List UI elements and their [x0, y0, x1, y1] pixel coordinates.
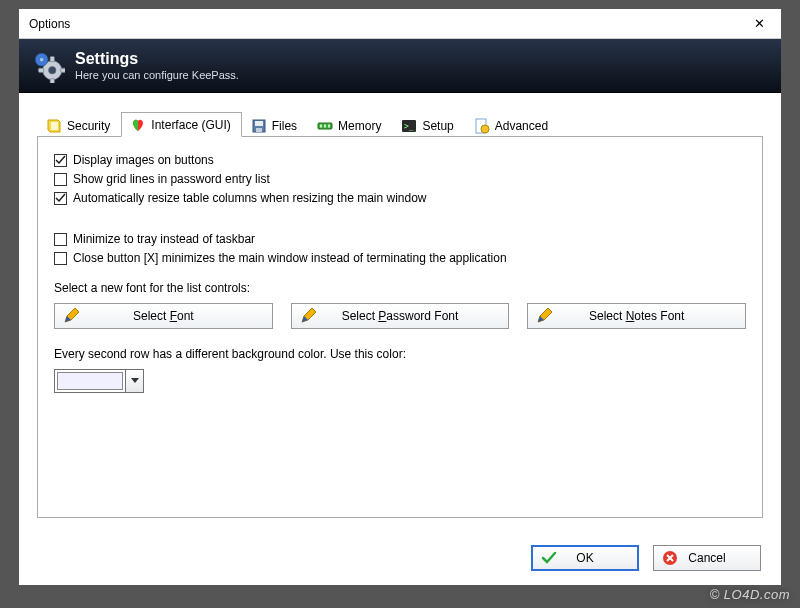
- select-font-button[interactable]: Select Font: [54, 303, 273, 329]
- tab-label: Security: [67, 119, 110, 133]
- banner: Settings Here you can configure KeePass.: [19, 39, 781, 93]
- button-label: Cancel: [688, 551, 725, 565]
- option-minimize-tray[interactable]: Minimize to tray instead of taskbar: [54, 232, 746, 246]
- floppy-icon: [251, 118, 267, 134]
- button-label: Select Password Font: [342, 309, 459, 323]
- terminal-icon: >_: [401, 118, 417, 134]
- tab-label: Files: [272, 119, 297, 133]
- tab-label: Interface (GUI): [151, 118, 230, 132]
- svg-rect-14: [328, 125, 330, 128]
- options-dialog: Options ✕ Settings Here you can conf: [18, 8, 782, 586]
- tab-panel-interface: Display images on buttons Show grid line…: [37, 136, 763, 518]
- color-swatch[interactable]: [54, 369, 126, 393]
- banner-title: Settings: [75, 50, 239, 68]
- button-label: Select Font: [133, 309, 194, 323]
- check-icon: [541, 550, 557, 566]
- tab-memory[interactable]: Memory: [308, 113, 392, 137]
- button-label: Select Notes Font: [589, 309, 684, 323]
- option-auto-resize[interactable]: Automatically resize table columns when …: [54, 191, 746, 205]
- select-password-font-button[interactable]: Select Password Font: [291, 303, 510, 329]
- checkbox-label: Automatically resize table columns when …: [73, 191, 427, 205]
- pen-icon: [300, 308, 316, 324]
- banner-subtitle: Here you can configure KeePass.: [75, 69, 239, 81]
- button-label: OK: [576, 551, 593, 565]
- svg-rect-13: [324, 125, 326, 128]
- dialog-footer: OK Cancel: [531, 545, 761, 571]
- checkbox-icon[interactable]: [54, 154, 67, 167]
- svg-point-18: [481, 125, 489, 133]
- select-notes-font-button[interactable]: Select Notes Font: [527, 303, 746, 329]
- window-title: Options: [29, 17, 70, 31]
- checkbox-label: Minimize to tray instead of taskbar: [73, 232, 255, 246]
- svg-point-7: [39, 57, 44, 62]
- checkbox-icon[interactable]: [54, 192, 67, 205]
- checkbox-label: Close button [X] minimizes the main wind…: [73, 251, 507, 265]
- checkbox-icon[interactable]: [54, 233, 67, 246]
- cancel-icon: [662, 550, 678, 566]
- tab-setup[interactable]: >_ Setup: [392, 113, 464, 137]
- svg-rect-4: [38, 68, 43, 72]
- row-color-picker[interactable]: [54, 369, 144, 393]
- heart-icon: [130, 117, 146, 133]
- checkbox-label: Display images on buttons: [73, 153, 214, 167]
- memory-icon: [317, 118, 333, 134]
- tab-interface[interactable]: Interface (GUI): [121, 112, 241, 137]
- checkbox-icon[interactable]: [54, 252, 67, 265]
- titlebar: Options ✕: [19, 9, 781, 39]
- content-area: Security Interface (GUI) Files Memory >_…: [19, 93, 781, 530]
- option-close-minimizes[interactable]: Close button [X] minimizes the main wind…: [54, 251, 746, 265]
- shield-icon: [46, 118, 62, 134]
- checkbox-icon[interactable]: [54, 173, 67, 186]
- tab-label: Memory: [338, 119, 381, 133]
- row-color-label: Every second row has a different backgro…: [54, 347, 746, 361]
- close-icon[interactable]: ✕: [746, 14, 773, 33]
- svg-rect-10: [256, 128, 262, 132]
- watermark: © LO4D.com: [710, 587, 790, 602]
- cancel-button[interactable]: Cancel: [653, 545, 761, 571]
- tab-advanced[interactable]: Advanced: [465, 113, 559, 137]
- pen-icon: [63, 308, 79, 324]
- svg-rect-12: [320, 125, 322, 128]
- pen-icon: [536, 308, 552, 324]
- page-gear-icon: [474, 118, 490, 134]
- svg-rect-5: [61, 68, 65, 72]
- svg-rect-3: [50, 78, 54, 82]
- option-display-images[interactable]: Display images on buttons: [54, 153, 746, 167]
- tab-security[interactable]: Security: [37, 113, 121, 137]
- svg-rect-2: [50, 56, 54, 61]
- tab-label: Setup: [422, 119, 453, 133]
- option-grid-lines[interactable]: Show grid lines in password entry list: [54, 172, 746, 186]
- svg-point-1: [49, 66, 56, 73]
- dropdown-arrow-icon[interactable]: [126, 369, 144, 393]
- font-section-label: Select a new font for the list controls:: [54, 281, 746, 295]
- tab-label: Advanced: [495, 119, 548, 133]
- svg-text:>_: >_: [404, 122, 414, 131]
- checkbox-label: Show grid lines in password entry list: [73, 172, 270, 186]
- svg-rect-9: [255, 121, 263, 126]
- gear-icon: [31, 49, 65, 83]
- tab-bar: Security Interface (GUI) Files Memory >_…: [37, 109, 763, 137]
- tab-files[interactable]: Files: [242, 113, 308, 137]
- ok-button[interactable]: OK: [531, 545, 639, 571]
